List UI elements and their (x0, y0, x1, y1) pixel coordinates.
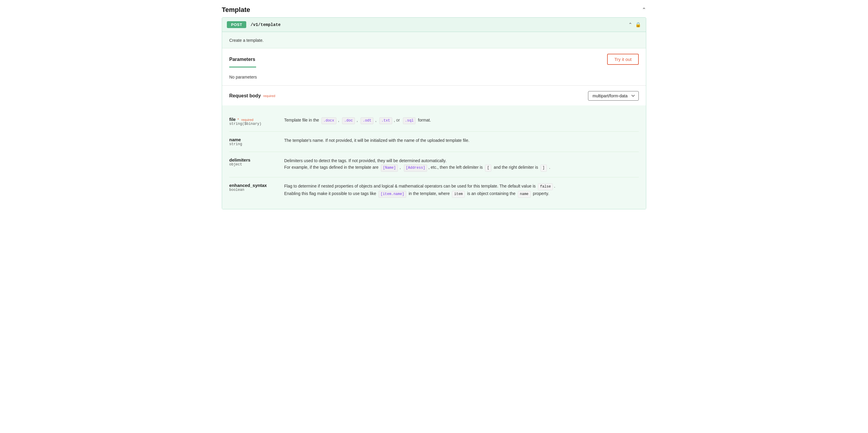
field-name-name: name (229, 137, 277, 142)
field-type-file: string($binary) (229, 122, 277, 126)
request-body-label: Request body (229, 93, 261, 98)
chip-item-name-tag: [item.name] (378, 191, 406, 198)
endpoint-collapse-icon[interactable]: ⌃ (628, 22, 632, 27)
chip-left-delim: [ (485, 165, 491, 171)
field-row-name: name string The template's name. If not … (229, 132, 639, 152)
request-body-title: Request body required (229, 93, 275, 98)
field-type-delimiters: object (229, 163, 277, 167)
field-name-delimiters: delimiters (229, 157, 277, 163)
endpoint-path: /v1/template (250, 22, 624, 27)
request-body-section: Request body required multipart/form-dat… (222, 85, 646, 209)
field-name-file: file * required (229, 117, 277, 122)
field-row-enhanced-syntax: enhanced_syntax boolean Flag to determin… (229, 177, 639, 203)
content-type-select[interactable]: multipart/form-data application/json (588, 91, 639, 100)
chip-name-tag: [Name] (381, 165, 398, 171)
method-badge: POST (227, 21, 246, 28)
field-description-name: The template's name. If not provided, it… (284, 137, 639, 144)
field-description-enhanced-syntax: Flag to determine if nested properties o… (284, 183, 639, 198)
parameters-underline (229, 66, 256, 67)
parameters-section: Parameters Try it out No parameters (222, 48, 646, 85)
try-it-out-button[interactable]: Try it out (607, 54, 639, 65)
chip-right-delim: ] (540, 165, 547, 171)
field-description-file: Template file in the .docx , .doc , .odt… (284, 117, 639, 124)
chip-txt: .txt (379, 117, 392, 124)
field-meta-name: name string (229, 137, 277, 146)
endpoint-card: POST /v1/template ⌃ 🔒 Create a template.… (222, 17, 646, 209)
chip-doc: .doc (342, 117, 355, 124)
field-meta-file: file * required string($binary) (229, 117, 277, 126)
field-type-name: string (229, 142, 277, 146)
chip-sql: .sql (403, 117, 416, 124)
field-type-enhanced-syntax: boolean (229, 188, 277, 192)
parameters-section-header: Parameters Try it out (229, 54, 639, 65)
required-badge: required (263, 94, 275, 98)
parameters-title: Parameters (229, 57, 255, 62)
field-meta-delimiters: delimiters object (229, 157, 277, 167)
header-right-icons: ⌃ 🔒 (628, 22, 641, 27)
lock-icon: 🔒 (635, 22, 641, 27)
request-body-header: Request body required multipart/form-dat… (229, 91, 639, 100)
fields-area: file * required string($binary) Template… (222, 106, 646, 209)
chip-odt: .odt (361, 117, 373, 124)
chip-false: false (538, 183, 553, 190)
field-description-delimiters: Delimiters used to detect the tags. If n… (284, 157, 639, 172)
field-meta-enhanced-syntax: enhanced_syntax boolean (229, 183, 277, 192)
endpoint-description: Create a template. (229, 38, 639, 43)
chip-item: item (452, 191, 465, 198)
page-header: Template ⌃ (222, 6, 646, 14)
chip-address-tag: [Address] (404, 165, 428, 171)
field-name-enhanced-syntax: enhanced_syntax (229, 183, 277, 188)
collapse-icon[interactable]: ⌃ (642, 6, 646, 13)
field-row-file: file * required string($binary) Template… (229, 111, 639, 132)
chip-docx: .docx (321, 117, 336, 124)
field-row-delimiters: delimiters object Delimiters used to det… (229, 152, 639, 177)
chip-name-prop: name (518, 191, 531, 198)
endpoint-header: POST /v1/template ⌃ 🔒 (222, 18, 646, 32)
description-area: Create a template. (222, 32, 646, 48)
no-parameters-text: No parameters (229, 72, 639, 85)
page-title: Template (222, 6, 250, 14)
